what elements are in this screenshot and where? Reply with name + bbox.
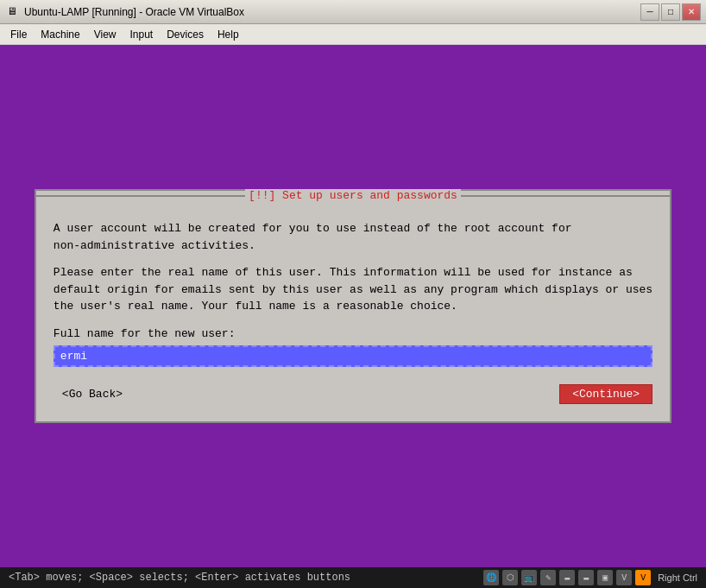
- title-bar: 🖥 Ubuntu-LAMP [Running] - Oracle VM Virt…: [0, 0, 706, 24]
- app-icon: 🖥: [5, 5, 19, 19]
- menu-devices[interactable]: Devices: [160, 27, 211, 42]
- window-controls: ─ □ ✕: [640, 3, 701, 21]
- window-title: Ubuntu-LAMP [Running] - Oracle VM Virtua…: [24, 6, 640, 18]
- close-button[interactable]: ✕: [682, 3, 701, 21]
- cpu-icon: ▣: [597, 570, 613, 585]
- title-right-line: [461, 195, 670, 197]
- vbox-icon: V: [616, 570, 632, 585]
- status-icons: 🌐 ⬡ 📺 ✎ ▬ ▬ ▣ V V Right Ctrl: [483, 570, 697, 585]
- dialog-buttons: <Go Back> <Continue>: [54, 384, 652, 404]
- screen-icon: 📺: [521, 570, 537, 585]
- dialog-wrapper: [!!] Set up users and passwords A user a…: [35, 189, 671, 423]
- dialog-paragraph2: Please enter the real name of this user.…: [54, 264, 652, 315]
- go-back-button[interactable]: <Go Back>: [54, 386, 131, 402]
- hdd-icon: ▬: [559, 570, 575, 585]
- dialog-paragraph1: A user account will be created for you t…: [54, 220, 652, 254]
- status-bar: <Tab> moves; <Space> selects; <Enter> ac…: [0, 567, 706, 588]
- vm-display-area: [!!] Set up users and passwords A user a…: [0, 45, 706, 567]
- network-icon: 🌐: [483, 570, 499, 585]
- status-text: <Tab> moves; <Space> selects; <Enter> ac…: [9, 572, 483, 584]
- setup-dialog: [!!] Set up users and passwords A user a…: [35, 189, 671, 423]
- menu-file[interactable]: File: [3, 27, 34, 42]
- right-ctrl-label: Right Ctrl: [658, 572, 697, 583]
- menu-machine[interactable]: Machine: [34, 27, 86, 42]
- menu-view[interactable]: View: [87, 27, 123, 42]
- restore-button[interactable]: □: [661, 3, 680, 21]
- edit-icon: ✎: [540, 570, 556, 585]
- menu-input[interactable]: Input: [123, 27, 161, 42]
- usb-icon: ⬡: [502, 570, 518, 585]
- fullname-input[interactable]: [54, 345, 652, 367]
- menu-help[interactable]: Help: [211, 27, 246, 42]
- field-label: Full name for the new user:: [54, 327, 652, 340]
- menu-bar: File Machine View Input Devices Help: [0, 24, 706, 45]
- dialog-title-bar: [!!] Set up users and passwords: [36, 190, 670, 202]
- minimize-button[interactable]: ─: [640, 3, 659, 21]
- hdd2-icon: ▬: [578, 570, 594, 585]
- title-left-line: [36, 195, 245, 197]
- vbox-logo-icon: V: [635, 570, 651, 585]
- continue-button[interactable]: <Continue>: [559, 384, 652, 404]
- dialog-title: [!!] Set up users and passwords: [245, 189, 461, 202]
